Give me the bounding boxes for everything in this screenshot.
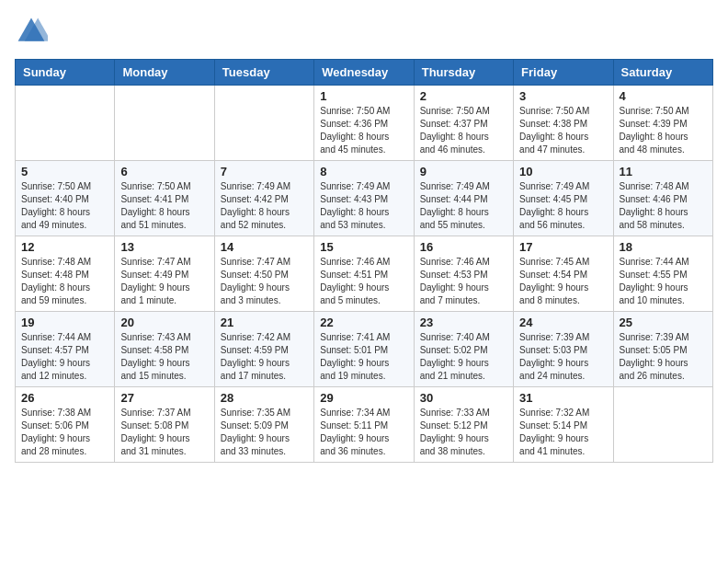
day-info: Sunrise: 7:47 AM Sunset: 4:50 PM Dayligh… xyxy=(221,256,308,307)
day-info: Sunrise: 7:39 AM Sunset: 5:05 PM Dayligh… xyxy=(620,331,707,383)
day-number: 19 xyxy=(21,316,108,329)
calendar-week-3: 12Sunrise: 7:48 AM Sunset: 4:48 PM Dayli… xyxy=(16,236,713,312)
calendar-cell: 3Sunrise: 7:50 AM Sunset: 4:38 PM Daylig… xyxy=(514,86,613,161)
day-number: 18 xyxy=(620,240,707,254)
day-info: Sunrise: 7:50 AM Sunset: 4:38 PM Dayligh… xyxy=(519,105,607,156)
calendar-cell xyxy=(16,86,115,161)
day-info: Sunrise: 7:49 AM Sunset: 4:45 PM Dayligh… xyxy=(519,180,607,232)
day-number: 13 xyxy=(120,240,208,254)
calendar-week-2: 5Sunrise: 7:50 AM Sunset: 4:40 PM Daylig… xyxy=(16,161,713,236)
day-number: 20 xyxy=(120,316,208,329)
day-info: Sunrise: 7:33 AM Sunset: 5:12 PM Dayligh… xyxy=(420,407,507,458)
day-number: 14 xyxy=(221,240,308,254)
day-number: 26 xyxy=(21,391,108,405)
page-header xyxy=(15,15,713,48)
day-info: Sunrise: 7:50 AM Sunset: 4:41 PM Dayligh… xyxy=(120,180,208,232)
calendar-cell: 19Sunrise: 7:44 AM Sunset: 4:57 PM Dayli… xyxy=(16,312,115,387)
day-info: Sunrise: 7:41 AM Sunset: 5:01 PM Dayligh… xyxy=(320,331,407,383)
calendar-cell: 21Sunrise: 7:42 AM Sunset: 4:59 PM Dayli… xyxy=(214,312,313,387)
day-info: Sunrise: 7:44 AM Sunset: 4:55 PM Dayligh… xyxy=(620,256,707,307)
calendar-cell xyxy=(613,387,712,463)
calendar-header-thursday: Thursday xyxy=(414,60,513,86)
calendar-cell: 23Sunrise: 7:40 AM Sunset: 5:02 PM Dayli… xyxy=(414,312,513,387)
day-info: Sunrise: 7:37 AM Sunset: 5:08 PM Dayligh… xyxy=(120,407,208,458)
day-info: Sunrise: 7:49 AM Sunset: 4:44 PM Dayligh… xyxy=(420,180,507,232)
day-number: 25 xyxy=(620,316,707,329)
day-info: Sunrise: 7:49 AM Sunset: 4:43 PM Dayligh… xyxy=(320,180,407,232)
day-number: 3 xyxy=(519,89,607,103)
calendar-cell: 31Sunrise: 7:32 AM Sunset: 5:14 PM Dayli… xyxy=(514,387,613,463)
day-info: Sunrise: 7:46 AM Sunset: 4:53 PM Dayligh… xyxy=(420,256,507,307)
day-info: Sunrise: 7:45 AM Sunset: 4:54 PM Dayligh… xyxy=(519,256,607,307)
day-number: 4 xyxy=(620,89,707,103)
day-number: 30 xyxy=(420,391,507,405)
calendar-cell: 7Sunrise: 7:49 AM Sunset: 4:42 PM Daylig… xyxy=(214,161,313,236)
calendar-table: SundayMondayTuesdayWednesdayThursdayFrid… xyxy=(15,59,713,463)
calendar-header-row: SundayMondayTuesdayWednesdayThursdayFrid… xyxy=(16,60,713,86)
day-info: Sunrise: 7:43 AM Sunset: 4:58 PM Dayligh… xyxy=(120,331,208,383)
calendar-cell: 5Sunrise: 7:50 AM Sunset: 4:40 PM Daylig… xyxy=(16,161,115,236)
day-info: Sunrise: 7:34 AM Sunset: 5:11 PM Dayligh… xyxy=(320,407,407,458)
day-number: 29 xyxy=(320,391,407,405)
day-number: 31 xyxy=(519,391,607,405)
day-number: 10 xyxy=(519,165,607,178)
day-number: 5 xyxy=(21,165,108,178)
calendar-cell: 18Sunrise: 7:44 AM Sunset: 4:55 PM Dayli… xyxy=(613,236,712,312)
day-number: 9 xyxy=(420,165,507,178)
calendar-header-wednesday: Wednesday xyxy=(314,60,414,86)
day-info: Sunrise: 7:47 AM Sunset: 4:49 PM Dayligh… xyxy=(120,256,208,307)
day-info: Sunrise: 7:38 AM Sunset: 5:06 PM Dayligh… xyxy=(21,407,108,458)
day-info: Sunrise: 7:42 AM Sunset: 4:59 PM Dayligh… xyxy=(221,331,308,383)
calendar-week-5: 26Sunrise: 7:38 AM Sunset: 5:06 PM Dayli… xyxy=(16,387,713,463)
day-info: Sunrise: 7:49 AM Sunset: 4:42 PM Dayligh… xyxy=(221,180,308,232)
day-number: 15 xyxy=(320,240,407,254)
day-number: 7 xyxy=(221,165,308,178)
day-info: Sunrise: 7:39 AM Sunset: 5:03 PM Dayligh… xyxy=(519,331,607,383)
day-info: Sunrise: 7:40 AM Sunset: 5:02 PM Dayligh… xyxy=(420,331,507,383)
calendar-header-saturday: Saturday xyxy=(613,60,712,86)
calendar-cell: 25Sunrise: 7:39 AM Sunset: 5:05 PM Dayli… xyxy=(613,312,712,387)
calendar-cell: 12Sunrise: 7:48 AM Sunset: 4:48 PM Dayli… xyxy=(16,236,115,312)
calendar-week-1: 1Sunrise: 7:50 AM Sunset: 4:36 PM Daylig… xyxy=(16,86,713,161)
day-info: Sunrise: 7:46 AM Sunset: 4:51 PM Dayligh… xyxy=(320,256,407,307)
calendar-cell xyxy=(115,86,214,161)
calendar-header-friday: Friday xyxy=(514,60,613,86)
logo-icon xyxy=(15,15,48,48)
day-number: 27 xyxy=(120,391,208,405)
calendar-cell: 10Sunrise: 7:49 AM Sunset: 4:45 PM Dayli… xyxy=(514,161,613,236)
day-info: Sunrise: 7:50 AM Sunset: 4:36 PM Dayligh… xyxy=(320,105,407,156)
calendar-cell xyxy=(214,86,313,161)
calendar-week-4: 19Sunrise: 7:44 AM Sunset: 4:57 PM Dayli… xyxy=(16,312,713,387)
calendar-cell: 22Sunrise: 7:41 AM Sunset: 5:01 PM Dayli… xyxy=(314,312,414,387)
calendar-cell: 11Sunrise: 7:48 AM Sunset: 4:46 PM Dayli… xyxy=(613,161,712,236)
calendar-cell: 1Sunrise: 7:50 AM Sunset: 4:36 PM Daylig… xyxy=(314,86,414,161)
day-info: Sunrise: 7:35 AM Sunset: 5:09 PM Dayligh… xyxy=(221,407,308,458)
day-number: 22 xyxy=(320,316,407,329)
day-number: 23 xyxy=(420,316,507,329)
calendar-cell: 17Sunrise: 7:45 AM Sunset: 4:54 PM Dayli… xyxy=(514,236,613,312)
calendar-header-tuesday: Tuesday xyxy=(214,60,313,86)
day-number: 6 xyxy=(120,165,208,178)
calendar-cell: 28Sunrise: 7:35 AM Sunset: 5:09 PM Dayli… xyxy=(214,387,313,463)
day-number: 28 xyxy=(221,391,308,405)
day-info: Sunrise: 7:48 AM Sunset: 4:46 PM Dayligh… xyxy=(620,180,707,232)
day-info: Sunrise: 7:50 AM Sunset: 4:39 PM Dayligh… xyxy=(620,105,707,156)
calendar-cell: 24Sunrise: 7:39 AM Sunset: 5:03 PM Dayli… xyxy=(514,312,613,387)
day-info: Sunrise: 7:50 AM Sunset: 4:37 PM Dayligh… xyxy=(420,105,507,156)
day-number: 21 xyxy=(221,316,308,329)
calendar-cell: 20Sunrise: 7:43 AM Sunset: 4:58 PM Dayli… xyxy=(115,312,214,387)
calendar-header-monday: Monday xyxy=(115,60,214,86)
logo xyxy=(15,15,51,48)
day-number: 16 xyxy=(420,240,507,254)
calendar-cell: 4Sunrise: 7:50 AM Sunset: 4:39 PM Daylig… xyxy=(613,86,712,161)
day-number: 24 xyxy=(519,316,607,329)
day-info: Sunrise: 7:48 AM Sunset: 4:48 PM Dayligh… xyxy=(21,256,108,307)
day-number: 11 xyxy=(620,165,707,178)
day-info: Sunrise: 7:44 AM Sunset: 4:57 PM Dayligh… xyxy=(21,331,108,383)
calendar-cell: 8Sunrise: 7:49 AM Sunset: 4:43 PM Daylig… xyxy=(314,161,414,236)
calendar-header-sunday: Sunday xyxy=(16,60,115,86)
calendar-cell: 13Sunrise: 7:47 AM Sunset: 4:49 PM Dayli… xyxy=(115,236,214,312)
calendar-cell: 9Sunrise: 7:49 AM Sunset: 4:44 PM Daylig… xyxy=(414,161,513,236)
day-number: 17 xyxy=(519,240,607,254)
calendar-cell: 30Sunrise: 7:33 AM Sunset: 5:12 PM Dayli… xyxy=(414,387,513,463)
